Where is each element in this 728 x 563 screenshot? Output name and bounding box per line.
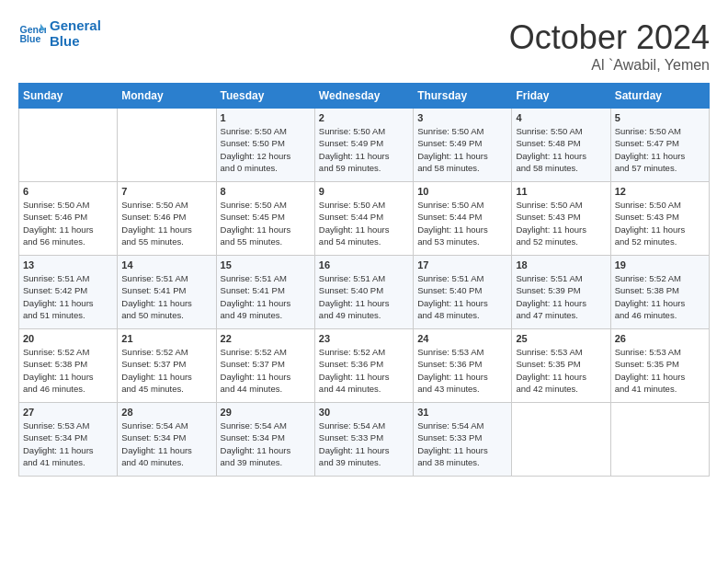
table-row: 20Sunrise: 5:52 AM Sunset: 5:38 PM Dayli… (19, 329, 118, 403)
table-row: 8Sunrise: 5:50 AM Sunset: 5:45 PM Daylig… (216, 182, 314, 256)
day-info: Sunrise: 5:54 AM Sunset: 5:33 PM Dayligh… (319, 419, 409, 468)
day-info: Sunrise: 5:50 AM Sunset: 5:45 PM Dayligh… (221, 199, 311, 247)
day-info: Sunrise: 5:53 AM Sunset: 5:34 PM Dayligh… (23, 419, 113, 468)
day-number: 17 (417, 259, 507, 270)
day-info: Sunrise: 5:52 AM Sunset: 5:37 PM Dayligh… (221, 346, 311, 395)
calendar-table: Sunday Monday Tuesday Wednesday Thursday… (18, 83, 710, 477)
day-number: 26 (615, 333, 705, 344)
table-row (118, 109, 216, 182)
day-number: 9 (319, 186, 409, 197)
day-info: Sunrise: 5:51 AM Sunset: 5:40 PM Dayligh… (319, 272, 409, 321)
day-info: Sunrise: 5:50 AM Sunset: 5:49 PM Dayligh… (319, 125, 409, 174)
day-number: 4 (516, 112, 606, 123)
header-saturday: Saturday (610, 84, 709, 109)
day-info: Sunrise: 5:50 AM Sunset: 5:44 PM Dayligh… (417, 199, 507, 247)
day-number: 30 (319, 407, 409, 418)
logo-text: GeneralBlue (50, 18, 101, 49)
table-row: 27Sunrise: 5:53 AM Sunset: 5:34 PM Dayli… (19, 403, 118, 477)
day-info: Sunrise: 5:50 AM Sunset: 5:43 PM Dayligh… (516, 199, 606, 247)
day-info: Sunrise: 5:51 AM Sunset: 5:39 PM Dayligh… (516, 272, 606, 321)
svg-text:Blue: Blue (20, 33, 41, 44)
table-row (610, 403, 709, 477)
day-info: Sunrise: 5:50 AM Sunset: 5:49 PM Dayligh… (417, 125, 507, 174)
day-info: Sunrise: 5:51 AM Sunset: 5:42 PM Dayligh… (23, 272, 113, 321)
table-row: 30Sunrise: 5:54 AM Sunset: 5:33 PM Dayli… (314, 403, 413, 477)
header: General Blue GeneralBlue October 2024 Al… (18, 18, 710, 74)
day-number: 23 (319, 333, 409, 344)
table-row: 15Sunrise: 5:51 AM Sunset: 5:41 PM Dayli… (216, 256, 314, 329)
table-row: 4Sunrise: 5:50 AM Sunset: 5:48 PM Daylig… (512, 109, 610, 182)
day-info: Sunrise: 5:50 AM Sunset: 5:46 PM Dayligh… (23, 199, 113, 247)
location-title: Al `Awabil, Yemen (509, 57, 710, 74)
day-info: Sunrise: 5:50 AM Sunset: 5:46 PM Dayligh… (121, 199, 211, 247)
day-number: 21 (121, 333, 211, 344)
table-row: 23Sunrise: 5:52 AM Sunset: 5:36 PM Dayli… (314, 329, 413, 403)
table-row: 29Sunrise: 5:54 AM Sunset: 5:34 PM Dayli… (216, 403, 314, 477)
header-sunday: Sunday (19, 84, 118, 109)
day-number: 18 (516, 259, 606, 270)
day-info: Sunrise: 5:50 AM Sunset: 5:47 PM Dayligh… (615, 125, 705, 174)
day-number: 19 (615, 259, 705, 270)
day-info: Sunrise: 5:50 AM Sunset: 5:43 PM Dayligh… (615, 199, 705, 247)
table-row: 13Sunrise: 5:51 AM Sunset: 5:42 PM Dayli… (19, 256, 118, 329)
table-row (512, 403, 610, 477)
day-info: Sunrise: 5:52 AM Sunset: 5:36 PM Dayligh… (319, 346, 409, 395)
day-info: Sunrise: 5:51 AM Sunset: 5:41 PM Dayligh… (221, 272, 311, 321)
header-thursday: Thursday (414, 84, 512, 109)
day-number: 27 (23, 407, 113, 418)
table-row: 12Sunrise: 5:50 AM Sunset: 5:43 PM Dayli… (610, 182, 709, 256)
day-number: 6 (23, 186, 113, 197)
day-info: Sunrise: 5:54 AM Sunset: 5:34 PM Dayligh… (221, 419, 311, 468)
day-number: 7 (121, 186, 211, 197)
header-friday: Friday (512, 84, 610, 109)
month-title: October 2024 (509, 18, 710, 57)
table-row: 18Sunrise: 5:51 AM Sunset: 5:39 PM Dayli… (512, 256, 610, 329)
day-info: Sunrise: 5:51 AM Sunset: 5:41 PM Dayligh… (121, 272, 211, 321)
day-number: 31 (417, 407, 507, 418)
day-number: 11 (516, 186, 606, 197)
day-info: Sunrise: 5:53 AM Sunset: 5:35 PM Dayligh… (615, 346, 705, 395)
day-number: 20 (23, 333, 113, 344)
table-row: 7Sunrise: 5:50 AM Sunset: 5:46 PM Daylig… (118, 182, 216, 256)
table-row: 31Sunrise: 5:54 AM Sunset: 5:33 PM Dayli… (414, 403, 512, 477)
day-info: Sunrise: 5:52 AM Sunset: 5:37 PM Dayligh… (121, 346, 211, 395)
calendar-body: 1Sunrise: 5:50 AM Sunset: 5:50 PM Daylig… (19, 109, 710, 477)
table-row: 6Sunrise: 5:50 AM Sunset: 5:46 PM Daylig… (19, 182, 118, 256)
day-number: 29 (221, 407, 311, 418)
table-row: 21Sunrise: 5:52 AM Sunset: 5:37 PM Dayli… (118, 329, 216, 403)
table-row: 3Sunrise: 5:50 AM Sunset: 5:49 PM Daylig… (414, 109, 512, 182)
title-area: October 2024 Al `Awabil, Yemen (509, 18, 710, 74)
table-row: 26Sunrise: 5:53 AM Sunset: 5:35 PM Dayli… (610, 329, 709, 403)
table-row: 5Sunrise: 5:50 AM Sunset: 5:47 PM Daylig… (610, 109, 709, 182)
table-row: 17Sunrise: 5:51 AM Sunset: 5:40 PM Dayli… (414, 256, 512, 329)
day-number: 16 (319, 259, 409, 270)
day-number: 22 (221, 333, 311, 344)
table-row: 24Sunrise: 5:53 AM Sunset: 5:36 PM Dayli… (414, 329, 512, 403)
day-info: Sunrise: 5:50 AM Sunset: 5:44 PM Dayligh… (319, 199, 409, 247)
table-row: 16Sunrise: 5:51 AM Sunset: 5:40 PM Dayli… (314, 256, 413, 329)
table-row: 10Sunrise: 5:50 AM Sunset: 5:44 PM Dayli… (414, 182, 512, 256)
logo-icon: General Blue (18, 20, 46, 48)
day-number: 10 (417, 186, 507, 197)
day-number: 1 (221, 112, 311, 123)
table-row (19, 109, 118, 182)
day-number: 28 (121, 407, 211, 418)
table-row: 19Sunrise: 5:52 AM Sunset: 5:38 PM Dayli… (610, 256, 709, 329)
calendar-header: Sunday Monday Tuesday Wednesday Thursday… (19, 84, 710, 109)
logo: General Blue GeneralBlue (18, 18, 101, 49)
day-info: Sunrise: 5:54 AM Sunset: 5:34 PM Dayligh… (121, 419, 211, 468)
table-row: 9Sunrise: 5:50 AM Sunset: 5:44 PM Daylig… (314, 182, 413, 256)
day-number: 3 (417, 112, 507, 123)
day-info: Sunrise: 5:50 AM Sunset: 5:48 PM Dayligh… (516, 125, 606, 174)
day-info: Sunrise: 5:52 AM Sunset: 5:38 PM Dayligh… (615, 272, 705, 321)
day-number: 14 (121, 259, 211, 270)
day-number: 12 (615, 186, 705, 197)
day-info: Sunrise: 5:53 AM Sunset: 5:36 PM Dayligh… (417, 346, 507, 395)
table-row: 14Sunrise: 5:51 AM Sunset: 5:41 PM Dayli… (118, 256, 216, 329)
day-number: 13 (23, 259, 113, 270)
header-tuesday: Tuesday (216, 84, 314, 109)
day-number: 8 (221, 186, 311, 197)
day-info: Sunrise: 5:54 AM Sunset: 5:33 PM Dayligh… (417, 419, 507, 468)
day-number: 25 (516, 333, 606, 344)
day-info: Sunrise: 5:51 AM Sunset: 5:40 PM Dayligh… (417, 272, 507, 321)
